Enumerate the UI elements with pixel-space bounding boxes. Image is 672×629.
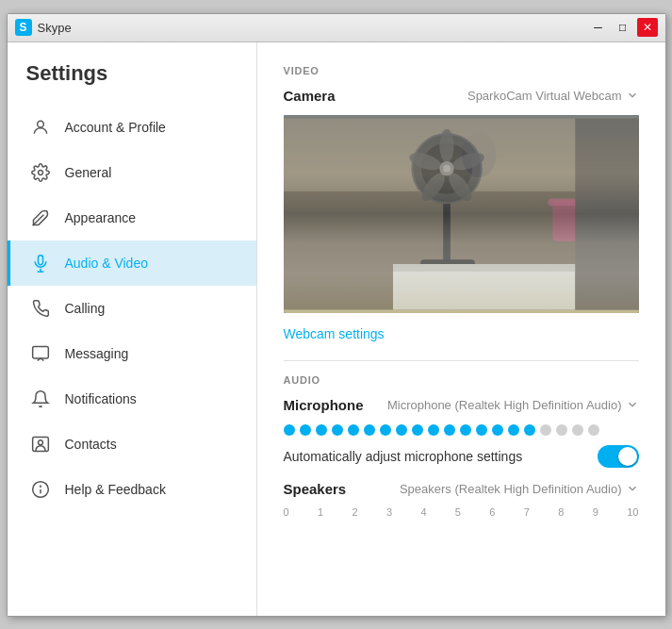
volume-scale-label: 2 [352,506,357,518]
volume-scale-label: 3 [386,506,392,518]
sidebar: Settings Account & Profile [8,42,257,616]
sidebar-item-account[interactable]: Account & Profile [8,105,256,150]
mic-dot-11 [460,424,471,436]
svg-point-8 [38,439,42,444]
audio-section-label: AUDIO [284,374,639,386]
info-icon [29,478,52,501]
mic-dot-15 [524,424,535,436]
gear-icon [29,161,52,184]
chevron-down-icon [626,89,639,102]
webcam-settings-link[interactable]: Webcam settings [284,326,385,341]
video-section-label: VIDEO [284,65,639,76]
mic-dot-16 [540,424,551,436]
microphone-label: Microphone [284,397,364,413]
auto-adjust-toggle[interactable] [598,445,639,468]
mic-dot-4 [348,424,359,436]
mic-dot-0 [284,424,295,436]
camera-row: Camera SparkoCam Virtual Webcam [284,88,639,104]
sidebar-item-messaging[interactable]: Messaging [8,331,256,376]
mic-dot-17 [556,424,567,436]
microphone-icon [29,252,52,274]
sidebar-label-appearance: Appearance [65,210,137,225]
mic-dot-7 [396,424,407,436]
sidebar-item-help[interactable]: Help & Feedback [8,467,256,512]
mic-dot-8 [412,424,423,436]
speakers-value: Speakers (Realtek High Definition Audio) [400,482,622,496]
phone-icon [29,297,52,320]
mic-dot-14 [508,424,519,436]
microphone-row: Microphone Microphone (Realtek High Defi… [284,397,639,413]
mic-dot-6 [380,424,391,436]
microphone-value: Microphone (Realtek High Definition Audi… [387,398,622,412]
svg-point-11 [40,486,41,487]
volume-scale-label: 1 [318,506,323,518]
maximize-button[interactable]: □ [613,18,633,37]
app-window: S Skype ─ □ ✕ Settings Account & Profile [7,13,666,617]
brush-icon [29,207,52,229]
app-icon: S [15,19,32,36]
window-controls: ─ □ ✕ [588,18,658,37]
mic-dot-3 [332,424,343,436]
volume-scale-label: 5 [455,506,461,518]
sidebar-label-contacts: Contacts [65,437,117,452]
mic-dot-10 [444,424,455,436]
volume-scale-label: 10 [627,506,638,518]
chat-icon [29,342,52,365]
mic-dot-18 [572,424,583,436]
volume-scale-label: 6 [489,506,495,518]
window-title: Skype [38,21,588,35]
speakers-dropdown[interactable]: Speakers (Realtek High Definition Audio) [400,482,639,496]
svg-line-2 [32,214,43,225]
bell-icon [29,388,52,410]
speakers-row: Speakers Speakers (Realtek High Definiti… [284,481,639,497]
mic-dot-19 [588,424,599,436]
camera-label: Camera [284,88,336,104]
close-button[interactable]: ✕ [637,18,658,37]
auto-adjust-row: Automatically adjust microphone settings [284,445,639,468]
mic-dot-9 [428,424,439,436]
svg-rect-6 [32,346,48,358]
camera-scene-svg [284,115,639,313]
sidebar-item-notifications[interactable]: Notifications [8,376,256,422]
volume-scale-label: 8 [558,506,564,518]
mic-dot-5 [364,424,375,436]
volume-scale: 012345678910 [284,506,639,518]
main-content: VIDEO Camera SparkoCam Virtual Webcam [257,42,665,616]
auto-adjust-label: Automatically adjust microphone settings [284,449,523,464]
sidebar-label-account: Account & Profile [65,120,166,135]
title-bar: S Skype ─ □ ✕ [8,14,665,42]
sidebar-label-notifications: Notifications [65,391,137,406]
camera-preview [284,115,639,313]
svg-rect-3 [38,255,42,264]
sidebar-item-contacts[interactable]: Contacts [8,422,256,467]
mic-dot-13 [492,424,503,436]
sidebar-label-messaging: Messaging [65,346,129,361]
audio-section: AUDIO Microphone Microphone (Realtek Hig… [284,374,639,518]
sidebar-item-appearance[interactable]: Appearance [8,195,256,240]
svg-point-24 [443,164,451,172]
svg-point-1 [38,170,42,174]
volume-scale-label: 4 [420,506,426,518]
sidebar-item-calling[interactable]: Calling [8,286,256,331]
svg-rect-28 [393,264,575,272]
sidebar-item-general[interactable]: General [8,150,256,195]
volume-scale-label: 9 [593,506,598,518]
mic-dot-1 [300,424,311,436]
sidebar-item-audio-video[interactable]: Audio & Video [8,240,256,286]
contacts-icon [29,433,52,455]
microphone-dropdown[interactable]: Microphone (Realtek High Definition Audi… [387,398,639,412]
svg-point-0 [37,121,43,127]
mic-dot-2 [316,424,327,436]
minimize-button[interactable]: ─ [588,18,609,37]
volume-scale-label: 7 [524,506,530,518]
sidebar-heading: Settings [8,61,256,105]
microphone-level-dots [284,424,639,436]
camera-value: SparkoCam Virtual Webcam [467,89,622,103]
mic-dot-12 [476,424,487,436]
speakers-chevron-down-icon [626,482,639,495]
speakers-label: Speakers [284,481,347,497]
sidebar-label-help: Help & Feedback [65,482,166,497]
camera-dropdown[interactable]: SparkoCam Virtual Webcam [467,89,639,103]
svg-point-18 [439,129,453,162]
volume-scale-label: 0 [284,506,289,518]
